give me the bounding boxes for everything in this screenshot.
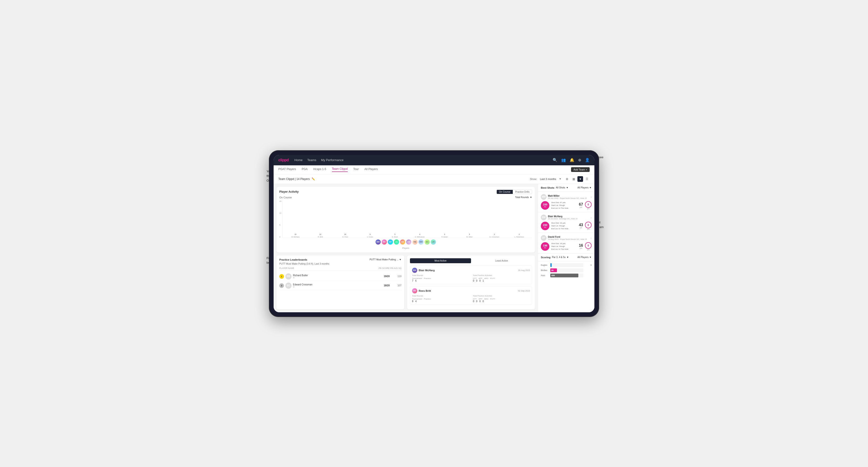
bar-group-6: 3R. Butler bbox=[433, 234, 456, 238]
scoring-birdies-bar-val: 96 bbox=[551, 269, 554, 272]
shot3-details: 198 SG Shot Dist: 16 yds Start Lie: Roug… bbox=[541, 242, 592, 251]
scoring-filter2[interactable]: All Players ▼ bbox=[578, 256, 592, 258]
bar-value-1: 12 bbox=[319, 234, 321, 235]
nav-my-performance[interactable]: My Performance bbox=[321, 158, 343, 162]
avatar-rbritt: RB bbox=[382, 239, 387, 245]
all-players-filter[interactable]: All Players ▼ bbox=[578, 186, 592, 189]
sub-nav-hcaps[interactable]: Hcaps 1-5 bbox=[313, 167, 326, 172]
shot1-player-meta: 09 Jun 2023 · Royal North Devon GC, Hole… bbox=[548, 197, 590, 199]
putt-label: PUTT bbox=[490, 277, 495, 280]
sub-nav-all-players[interactable]: All Players bbox=[365, 167, 378, 172]
y-label-10: 10 bbox=[279, 212, 281, 214]
shot-card-1[interactable]: MM Matt Miller 09 Jun 2023 · Royal North… bbox=[538, 192, 594, 212]
right-panel: Best Shots All Shots ▼ All Players ▼ bbox=[538, 184, 594, 312]
sub-nav-pgat[interactable]: PGAT Players bbox=[278, 167, 296, 172]
account-icon[interactable]: 👤 bbox=[585, 158, 590, 162]
add-team-button[interactable]: Add Team + bbox=[571, 167, 590, 172]
most-active-tab[interactable]: Most Active bbox=[410, 258, 471, 263]
chart-filter[interactable]: Total Rounds ▼ bbox=[515, 196, 532, 198]
scoring-pars-bar: 499 bbox=[550, 274, 578, 277]
avatar-rbutler: RB bbox=[412, 239, 417, 245]
shot1-avatar: MM bbox=[541, 194, 547, 200]
shot-card-2[interactable]: BM Blair McHarg 23 Jul 2023 · Ashridge G… bbox=[538, 212, 594, 233]
shot1-player-info: Matt Miller 09 Jun 2023 · Royal North De… bbox=[548, 195, 590, 199]
chart-header: On Course Total Rounds ▼ bbox=[279, 196, 532, 199]
on-course-pill[interactable]: On Course bbox=[497, 190, 513, 194]
x-label-4: E. Ebert bbox=[383, 236, 407, 238]
ap1-app: 0 bbox=[476, 280, 478, 282]
sub-nav-tour[interactable]: Tour bbox=[353, 167, 359, 172]
player2-info: Edward Crossman ② bbox=[293, 283, 378, 288]
player1-score: 19/20 bbox=[378, 275, 390, 278]
scoring-pars-bar-val: 499 bbox=[551, 274, 555, 277]
page-wrapper: Choose the timescale you wish to see the… bbox=[269, 150, 599, 317]
shot2-player-name: Blair McHarg bbox=[548, 215, 590, 218]
view-grid-4-icon[interactable]: ⊞ bbox=[564, 176, 570, 182]
ap2-stats: Total Rounds Tournament Practice 8 4 bbox=[412, 295, 530, 303]
chevron-down-icon: ▼ bbox=[559, 178, 561, 180]
ap1-practice-label: Total Practice Activities bbox=[473, 274, 530, 276]
avatar-eebert: EE bbox=[400, 239, 405, 245]
add-circle-icon[interactable]: ⊕ bbox=[578, 158, 581, 162]
practice-drills-pill[interactable]: Practice Drills bbox=[513, 190, 532, 194]
scoring-filter1[interactable]: Par 3, 4 & 5s ▼ bbox=[552, 256, 569, 258]
shot2-stat-zero: 0 yds bbox=[585, 222, 592, 230]
least-active-tab[interactable]: Least Active bbox=[471, 258, 532, 263]
shot2-player-info: Blair McHarg 23 Jul 2023 · Ashridge GC, … bbox=[548, 215, 590, 220]
bar-value-6: 3 bbox=[444, 234, 445, 235]
tablet-frame: clippd Home Teams My Performance 🔍 👥 🔔 ⊕… bbox=[269, 150, 599, 317]
ap2-gtt-label: GTT bbox=[473, 298, 477, 300]
search-icon[interactable]: 🔍 bbox=[553, 158, 557, 162]
ap1-rounds-sub: Tournament Practice bbox=[412, 277, 469, 280]
nav-teams[interactable]: Teams bbox=[307, 158, 316, 162]
view-grid-3-icon[interactable]: ▦ bbox=[571, 176, 577, 182]
chevron-down-small-icon: ▼ bbox=[566, 186, 568, 189]
sub-nav-team-clippd[interactable]: Team Clippd bbox=[332, 167, 348, 172]
nav-home[interactable]: Home bbox=[294, 158, 303, 162]
bar-group-5: 4O. Billingham bbox=[408, 234, 432, 238]
on-course-label: On Course bbox=[279, 196, 292, 199]
lb-header: Practice Leaderboards PUTT Must Make Put… bbox=[279, 258, 401, 261]
shot2-badge: 200 SG bbox=[541, 222, 549, 230]
ap2-avatar: RB bbox=[412, 288, 417, 293]
scoring-birdies-row: Birdies 96 bbox=[541, 269, 592, 272]
ap2-name: Rees Britt bbox=[418, 289, 431, 292]
gtt-label: GTT bbox=[473, 277, 477, 280]
view-heart-icon[interactable]: ♥ bbox=[578, 176, 583, 182]
ap1-stats: Total Rounds Tournament Practice 7 6 bbox=[412, 274, 530, 282]
chevron-down-scoring2-icon: ▼ bbox=[589, 256, 592, 258]
edit-icon[interactable]: ✏️ bbox=[312, 177, 315, 181]
avatar-ecrossman: EC bbox=[425, 239, 430, 245]
best-shots-title: Best Shots bbox=[541, 186, 554, 189]
shot1-stat-zero: 0 yds bbox=[585, 201, 592, 210]
scoring-birdies-bar: 96 bbox=[550, 269, 557, 272]
shot1-player-name: Matt Miller bbox=[548, 195, 590, 197]
shot2-player-row: BM Blair McHarg 23 Jul 2023 · Ashridge G… bbox=[541, 215, 592, 220]
rank-2-badge: 2 bbox=[279, 283, 284, 288]
avatar-jcoles: JC bbox=[394, 239, 399, 245]
bell-icon[interactable]: 🔔 bbox=[569, 158, 574, 162]
shot3-stat-dist: 16 yds bbox=[579, 244, 583, 249]
ap1-tournament-val: 7 bbox=[412, 280, 413, 282]
ap2-date: 02 Sep 2023 bbox=[518, 290, 530, 292]
avatar-lrobertson: LR bbox=[431, 239, 436, 245]
avatar-obillingham: OB bbox=[406, 239, 411, 245]
activity-toggle: On Course Practice Drills bbox=[497, 190, 532, 194]
player1-info: Richard Butler ① bbox=[293, 274, 378, 279]
sub-nav-pga[interactable]: PGA bbox=[302, 167, 308, 172]
activity-tabs: Most Active Least Active bbox=[410, 258, 532, 263]
bar-value-9: 2 bbox=[519, 234, 520, 235]
show-label: Show: bbox=[530, 178, 537, 181]
player1-avatar: RB bbox=[285, 273, 291, 280]
chevron-down-icon: ▼ bbox=[530, 196, 532, 198]
all-shots-filter[interactable]: All Shots ▼ bbox=[556, 186, 568, 189]
shot-card-3[interactable]: DF David Ford 24 Aug 2023 · Royal North … bbox=[538, 233, 594, 253]
ap2-tournament-val: 8 bbox=[412, 300, 413, 303]
chevron-down-scoring-icon: ▼ bbox=[566, 256, 569, 258]
lb-dropdown[interactable]: PUTT Must Make Putting ... ▼ bbox=[370, 258, 401, 261]
ap1-name: Blair McHarg bbox=[418, 269, 435, 272]
view-icons: ⊞ ▦ ♥ ☰ bbox=[564, 176, 590, 182]
view-list-icon[interactable]: ☰ bbox=[584, 176, 590, 182]
people-icon[interactable]: 👥 bbox=[561, 158, 566, 162]
show-dropdown[interactable]: Last 3 months bbox=[540, 178, 556, 181]
